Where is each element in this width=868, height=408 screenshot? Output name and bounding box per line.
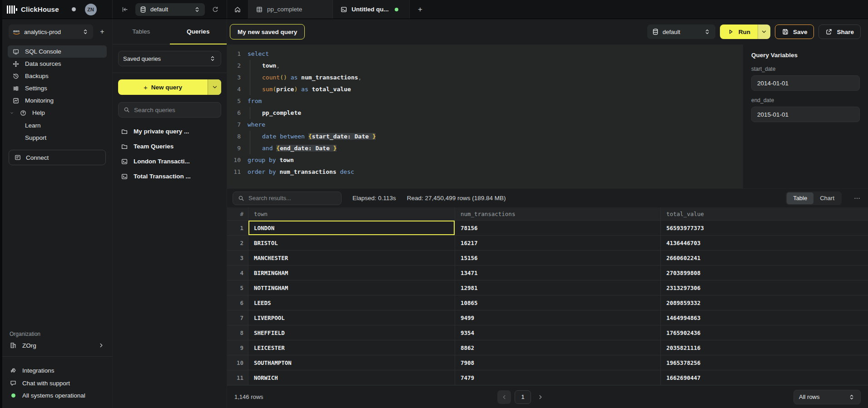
sidebar-item-data-sources[interactable]: Data sources	[8, 58, 107, 70]
table-cell[interactable]: 1464994863	[661, 310, 868, 325]
table-cell[interactable]: LONDON	[248, 221, 455, 235]
sidebar-item-sql-console[interactable]: SQL Console	[8, 45, 107, 58]
code-line[interactable]: 11order by num_transactions desc	[227, 166, 743, 178]
organization-row[interactable]: ZOrg	[2, 342, 112, 356]
table-cell[interactable]: 2035821116	[661, 340, 868, 355]
sidebar-item-chat-support[interactable]: Chat with support	[2, 377, 112, 389]
chevron-updown-icon	[193, 6, 201, 13]
search-results-input[interactable]	[248, 195, 337, 202]
table-cell[interactable]: SHEFFIELD	[248, 325, 455, 340]
share-button[interactable]: Share	[818, 25, 861, 39]
code-line[interactable]: 5from	[227, 95, 743, 107]
sidebar-item-settings[interactable]: Settings	[8, 82, 107, 94]
sidebar-item-integrations[interactable]: Integrations	[2, 364, 112, 377]
code-line[interactable]: 7where	[227, 119, 743, 131]
table-cell[interactable]: 9499	[455, 310, 661, 325]
saved-query-item[interactable]: Team Queries	[118, 139, 221, 154]
view-table-button[interactable]: Table	[787, 192, 813, 204]
saved-query-item[interactable]: Total Transaction ...	[118, 169, 221, 184]
next-page-button[interactable]	[535, 390, 546, 404]
run-dropdown-button[interactable]	[758, 25, 770, 39]
saved-query-item[interactable]: My private query ...	[118, 124, 221, 139]
end-date-input[interactable]	[751, 107, 860, 122]
table-cell[interactable]: 1765902436	[661, 325, 868, 340]
start-date-input[interactable]	[751, 75, 860, 91]
table-cell[interactable]: 13471	[455, 265, 661, 280]
workspace-select[interactable]: aws analytics-prod	[9, 25, 93, 39]
sidebar-item-backups[interactable]: Backups	[8, 70, 107, 82]
column-header[interactable]: total_value	[661, 207, 868, 220]
table-cell[interactable]: 7479	[455, 370, 661, 385]
connect-button[interactable]: Connect	[9, 150, 106, 165]
table-cell[interactable]: 12981	[455, 280, 661, 295]
code-line[interactable]: 2town,	[227, 60, 743, 72]
table-cell[interactable]: LIVERPOOL	[248, 310, 455, 325]
table-cell[interactable]: 2703899808	[661, 265, 868, 280]
tab-pp-complete[interactable]: pp_complete	[248, 0, 332, 19]
code-line[interactable]: 6pp_complete	[227, 107, 743, 119]
tab-untitled-query[interactable]: Untitled qu...	[332, 0, 410, 19]
more-options-button[interactable]	[853, 195, 861, 202]
table-cell[interactable]: 9354	[455, 325, 661, 340]
table-cell[interactable]: 7908	[455, 355, 661, 370]
table-cell[interactable]: LEEDS	[248, 295, 455, 310]
search-queries-input[interactable]	[134, 107, 216, 113]
saved-queries-filter-select[interactable]: Saved queries	[118, 51, 221, 66]
home-button[interactable]	[227, 0, 248, 19]
sidebar-item-help[interactable]: Help	[8, 107, 107, 119]
table-cell[interactable]: 78156	[455, 221, 661, 235]
code-line[interactable]: 9and {end_date: Date }	[227, 143, 743, 154]
table-cell[interactable]: SOUTHAMPTON	[248, 355, 455, 370]
table-cell[interactable]: LEICESTER	[248, 340, 455, 355]
new-tab-button[interactable]: +	[410, 0, 431, 19]
table-cell[interactable]: 2660602241	[661, 251, 868, 265]
refresh-button[interactable]	[209, 4, 221, 15]
system-status[interactable]: All systems operational	[2, 389, 112, 402]
code-line[interactable]: 1select	[227, 48, 743, 60]
page-size-select[interactable]: All rows	[794, 390, 861, 404]
add-service-button[interactable]: +	[98, 28, 107, 36]
new-query-dropdown-button[interactable]	[208, 79, 221, 95]
table-cell[interactable]: 56593977373	[661, 221, 868, 235]
table-cell[interactable]: 8862	[455, 340, 661, 355]
table-cell[interactable]: 2089859332	[661, 295, 868, 310]
table-cell[interactable]: BIRMINGHAM	[248, 265, 455, 280]
code-line[interactable]: 4sum(price) as total_value	[227, 84, 743, 95]
sidebar-item-support[interactable]: Support	[8, 132, 107, 144]
code-line[interactable]: 3count() as num_transactions,	[227, 72, 743, 84]
table-cell[interactable]: MANCHESTER	[248, 251, 455, 265]
sql-editor[interactable]: 1select2town,3count() as num_transaction…	[227, 44, 743, 188]
table-cell[interactable]: BRISTOL	[248, 236, 455, 250]
view-chart-button[interactable]: Chart	[813, 192, 841, 204]
toolbar-database-select[interactable]: default	[647, 25, 715, 39]
code-text: count() as num_transactions,	[241, 72, 362, 84]
column-header[interactable]: town	[248, 207, 455, 220]
table-cell[interactable]: NORWICH	[248, 370, 455, 385]
new-query-button[interactable]: +New query	[118, 79, 221, 95]
table-cell[interactable]: 4136446703	[661, 236, 868, 250]
code-line[interactable]: 8date between {start_date: Date }	[227, 131, 743, 143]
saved-query-tab[interactable]: My new saved query	[230, 24, 305, 39]
current-page[interactable]: 1	[515, 390, 531, 404]
table-cell[interactable]: NOTTINGHAM	[248, 280, 455, 295]
column-header[interactable]: num_transactions	[455, 207, 661, 220]
avatar[interactable]: ZN	[85, 4, 97, 15]
previous-page-button[interactable]	[497, 390, 511, 404]
table-cell[interactable]: 1965378256	[661, 355, 868, 370]
tab-queries[interactable]: Queries	[170, 19, 227, 44]
sidebar-item-monitoring[interactable]: Monitoring	[8, 94, 107, 107]
column-header[interactable]: #	[227, 207, 248, 220]
table-cell[interactable]: 10865	[455, 295, 661, 310]
sidebar-item-learn[interactable]: Learn	[8, 119, 107, 132]
saved-query-item[interactable]: London Transacti...	[118, 154, 221, 169]
code-line[interactable]: 10group by town	[227, 154, 743, 166]
table-cell[interactable]: 16217	[455, 236, 661, 250]
collapse-sidebar-button[interactable]	[119, 4, 131, 15]
topbar-database-select[interactable]: default	[135, 3, 205, 16]
save-button[interactable]: Save	[775, 25, 814, 39]
tab-tables[interactable]: Tables	[113, 19, 170, 44]
run-button[interactable]: Run	[720, 25, 758, 39]
table-cell[interactable]: 1662690447	[661, 370, 868, 385]
table-cell[interactable]: 15156	[455, 251, 661, 265]
table-cell[interactable]: 2313297306	[661, 280, 868, 295]
